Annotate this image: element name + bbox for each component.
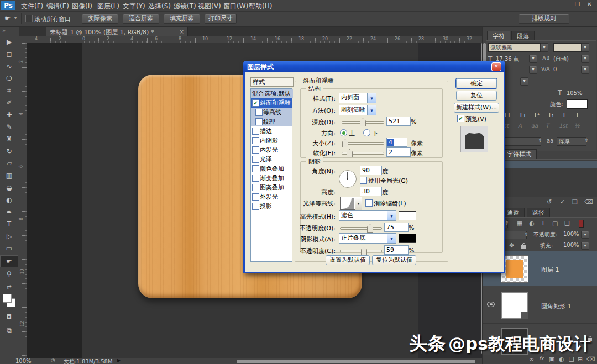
filter-switch-icon[interactable]: [579, 220, 584, 228]
direction-up-radio[interactable]: [340, 129, 347, 136]
outer-glow-checkbox[interactable]: [252, 193, 259, 201]
tab-paragraph[interactable]: 段落: [511, 31, 535, 41]
opacity-value[interactable]: 100%: [563, 231, 579, 237]
screen-mode-icon[interactable]: ⧉: [0, 325, 18, 336]
healing-brush-tool[interactable]: ✚: [0, 109, 18, 120]
shape-layer-name[interactable]: 圆角矩形 1: [541, 302, 572, 310]
faux-style-icon[interactable]: T: [562, 112, 566, 119]
menu-item-edit[interactable]: 编辑(E): [46, 2, 69, 11]
anti-alias-checkbox[interactable]: [365, 199, 373, 207]
style-item-inner-glow[interactable]: 内发光: [251, 145, 292, 155]
font-family-field[interactable]: 微软雅黑: [488, 43, 543, 52]
font-size-dropdown-icon[interactable]: ▾: [529, 55, 537, 63]
shadow-mode-select[interactable]: 正片叠底 ▾: [339, 233, 396, 244]
highlight-opacity-input[interactable]: 75: [384, 223, 409, 232]
faux-style-icon[interactable]: T₁: [548, 112, 554, 119]
tool-preset-arrow-icon[interactable]: ▾: [14, 15, 17, 20]
visibility-eye-icon[interactable]: [487, 302, 495, 307]
blend-updown-icon[interactable]: ⇕: [524, 231, 528, 237]
print-size-button[interactable]: 打印尺寸: [205, 14, 237, 24]
window-close-button[interactable]: ✕: [587, 1, 591, 7]
preview-checkbox[interactable]: ✔: [457, 115, 464, 122]
vertical-scale-value[interactable]: 105%: [567, 90, 591, 96]
lock-all-icon[interactable]: [521, 245, 526, 249]
opentype-icon[interactable]: aa: [531, 123, 538, 129]
depth-slider[interactable]: [342, 121, 384, 124]
shape-layer-thumbnail[interactable]: [501, 292, 528, 319]
hand-tool[interactable]: ☛: [0, 255, 18, 267]
faux-style-icon[interactable]: Ŧ: [575, 112, 579, 119]
layer1-name[interactable]: 图层 1: [541, 266, 559, 274]
filter-smartobject-icon[interactable]: ❑: [564, 220, 570, 227]
menu-item-view[interactable]: 视图(V): [198, 2, 221, 11]
font-family-dropdown-icon[interactable]: ▾: [540, 43, 548, 52]
style-select[interactable]: 内斜面 ▾: [339, 93, 376, 103]
menu-item-select[interactable]: 选择(S): [148, 2, 171, 11]
type-tool[interactable]: T: [0, 219, 18, 230]
move-tool[interactable]: ▶: [0, 36, 18, 48]
style-item-bevel-emboss[interactable]: ✔ 斜面和浮雕: [251, 98, 292, 108]
angle-input[interactable]: 90: [360, 166, 382, 175]
dialog-title-bar[interactable]: 图层样式 ✕: [243, 61, 505, 72]
stroke-checkbox[interactable]: [252, 128, 259, 135]
antialias-updown-icon[interactable]: ⇕: [584, 138, 589, 143]
reset-button[interactable]: 复位: [456, 91, 497, 101]
history-brush-tool[interactable]: ↻: [0, 146, 18, 157]
menu-item-layer[interactable]: 图层(L): [97, 2, 119, 11]
shape-tool[interactable]: ▭: [0, 243, 18, 254]
zoom-level[interactable]: 100%: [15, 358, 32, 364]
opentype-icon[interactable]: 1st: [559, 123, 568, 129]
chevron-down-icon[interactable]: ▾: [387, 211, 396, 220]
highlight-mode-select[interactable]: 滤色 ▾: [339, 210, 396, 221]
shadow-color-swatch[interactable]: [399, 234, 416, 243]
style-item-inner-shadow[interactable]: 内阴影: [251, 136, 292, 145]
chevron-down-icon[interactable]: ▾: [367, 93, 376, 103]
swap-colors-icon[interactable]: ⇄: [0, 282, 18, 293]
toolbar-collapse-icon[interactable]: »: [2, 28, 6, 34]
status-menu-arrow-icon[interactable]: ▶: [117, 358, 121, 363]
set-default-button[interactable]: 设置为默认值: [326, 255, 370, 265]
soften-slider[interactable]: [342, 152, 384, 155]
global-light-checkbox[interactable]: [360, 177, 367, 184]
menu-item-image[interactable]: 图像(I): [72, 2, 92, 11]
scroll-all-windows-checkbox[interactable]: [25, 15, 33, 22]
highlight-opacity-slider[interactable]: [340, 227, 382, 230]
chevron-down-icon[interactable]: ▾: [387, 234, 396, 243]
gloss-contour-thumbnail[interactable]: [340, 197, 355, 210]
faux-style-icon[interactable]: T¹: [533, 112, 540, 119]
style-item-drop-shadow[interactable]: 投影: [251, 202, 292, 211]
antialias-field[interactable]: 浑厚: [557, 137, 586, 146]
text-color-swatch[interactable]: [567, 99, 588, 109]
chevron-down-icon[interactable]: ▾: [367, 105, 376, 115]
style-item-gradient-overlay[interactable]: 渐变叠加: [251, 173, 292, 183]
drop-shadow-checkbox[interactable]: [252, 203, 259, 210]
inner-glow-checkbox[interactable]: [252, 146, 259, 154]
new-style-icon[interactable]: ❑: [572, 198, 578, 205]
fill-dropdown-icon[interactable]: ▾: [581, 242, 589, 250]
eyedropper-tool[interactable]: ✐: [0, 97, 18, 108]
direction-down-radio[interactable]: [363, 129, 370, 136]
fit-screen-button[interactable]: 适合屏幕: [123, 14, 159, 24]
pattern-overlay-checkbox[interactable]: [252, 184, 259, 191]
soften-input[interactable]: 2: [386, 147, 411, 157]
style-item-texture[interactable]: 纹理: [251, 117, 292, 126]
menu-item-filter[interactable]: 滤镜(T): [174, 2, 196, 11]
delete-icon[interactable]: ⌫: [584, 198, 593, 205]
leading-dropdown-icon[interactable]: ▾: [581, 55, 589, 63]
clone-stamp-tool[interactable]: ♜: [0, 134, 18, 145]
opentype-icon[interactable]: ½: [574, 123, 580, 129]
undo-icon[interactable]: ↺: [547, 198, 552, 205]
quick-mask-icon[interactable]: ◘: [0, 312, 18, 323]
shadow-opacity-slider[interactable]: [340, 250, 382, 252]
vertical-ruler[interactable]: 2 4 6 8 10 12: [19, 43, 27, 358]
opentype-icon[interactable]: A: [518, 123, 522, 129]
fill-value[interactable]: 100%: [563, 242, 579, 248]
size-slider[interactable]: [342, 142, 384, 145]
altitude-input[interactable]: 30: [360, 187, 382, 196]
eraser-tool[interactable]: ▱: [0, 158, 18, 169]
satin-checkbox[interactable]: [252, 156, 259, 163]
dialog-close-button[interactable]: ✕: [491, 62, 501, 71]
menu-item-window[interactable]: 窗口(W): [223, 2, 248, 11]
angle-dial[interactable]: [339, 170, 357, 188]
tab-character-styles[interactable]: 字符样式: [501, 149, 537, 159]
